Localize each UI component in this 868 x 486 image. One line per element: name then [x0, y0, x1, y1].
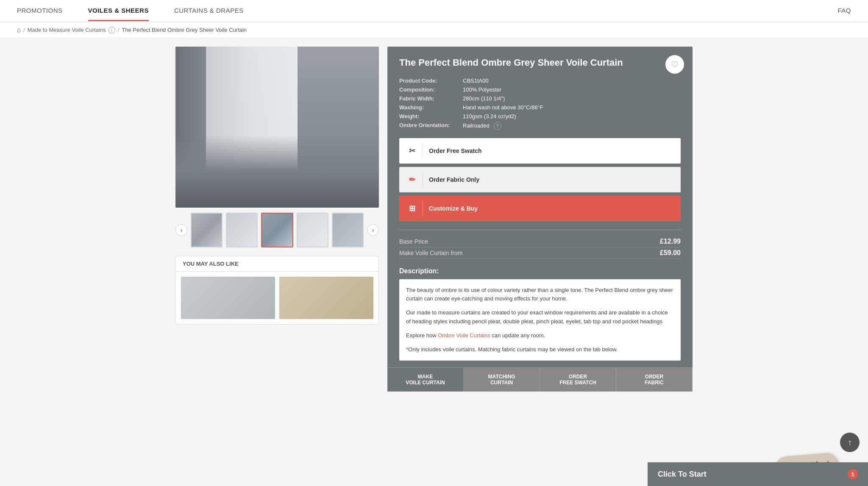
action-buttons: ✂ Order Free Swatch ✏ Order Fabric Only …	[399, 138, 681, 221]
tab-order-fabric[interactable]: ORDERFABRIC	[616, 368, 693, 392]
description-p1: The beauty of ombre is its use of colour…	[406, 286, 674, 304]
thumbnail-1[interactable]	[191, 213, 223, 247]
breadcrumb-current: The Perfect Blend Ombre Grey Sheer Voile…	[122, 27, 247, 33]
also-like-section: YOU MAY ALSO LIKE	[175, 256, 379, 325]
thumbnail-5[interactable]	[332, 213, 364, 247]
top-navigation: PROMOTIONS VOILES & SHEERS CURTAINS & DR…	[0, 0, 868, 22]
customize-buy-button[interactable]: ⊞ Customize & Buy	[399, 196, 681, 221]
product-title: The Perfect Blend Ombre Grey Sheer Voile…	[399, 57, 681, 69]
tab-make-voile[interactable]: MAKEVOILE CURTAIN	[387, 368, 464, 392]
order-swatch-button[interactable]: ✂ Order Free Swatch	[399, 138, 681, 164]
spec-value-2: 280cm (110 1/4")	[463, 95, 681, 102]
spec-label-4: Weight:	[399, 113, 459, 119]
spec-label-0: Product Code:	[399, 78, 459, 84]
spec-value-1: 100% Polyester	[463, 86, 681, 93]
also-like-item-1[interactable]	[181, 277, 275, 319]
base-price-row: Base Price £12.99	[399, 236, 681, 247]
breadcrumb-parent[interactable]: Made to Measure Voile Curtains	[28, 27, 106, 33]
info-icon[interactable]: i	[108, 27, 115, 33]
breadcrumb: ⌂ / Made to Measure Voile Curtains i / T…	[0, 22, 868, 38]
heart-icon: ♡	[671, 59, 679, 69]
product-details-panel: The Perfect Blend Ombre Grey Sheer Voile…	[387, 47, 693, 392]
nav-item-promotions[interactable]: PROMOTIONS	[17, 1, 63, 21]
thumb-prev-button[interactable]: ‹	[175, 224, 187, 236]
main-content: ‹ › YOU MAY ALSO LIKE The Perfect Blend …	[159, 38, 709, 400]
nav-item-voiles[interactable]: VOILES & SHEERS	[88, 1, 149, 21]
order-fabric-button[interactable]: ✏ Order Fabric Only	[399, 167, 681, 192]
spec-label-3: Washing:	[399, 104, 459, 111]
wishlist-button[interactable]: ♡	[665, 55, 684, 74]
thumbnail-strip: ‹ ›	[175, 213, 379, 247]
base-price-value: £12.99	[660, 238, 681, 245]
scissors-icon: ✂	[409, 146, 415, 156]
pricing-section: Base Price £12.99 Make Voile Curtain fro…	[399, 230, 681, 259]
ombre-help-icon[interactable]: ?	[494, 122, 501, 130]
spec-label-5: Ombre Orientation:	[399, 122, 459, 130]
description-p3: Explore how Ombre Voile Curtains can upd…	[406, 331, 674, 340]
nav-item-faq[interactable]: FAQ	[837, 1, 851, 21]
base-price-label: Base Price	[399, 238, 428, 245]
description-p2: Our made to measure curtains are created…	[406, 308, 674, 326]
thumbnail-3[interactable]	[261, 213, 293, 247]
spec-value-3: Hand wash not above 30°C/86°F	[463, 104, 681, 111]
description-heading: Description:	[399, 267, 681, 275]
pencil-icon: ✏	[409, 175, 415, 184]
breadcrumb-sep-1: /	[23, 27, 25, 33]
spec-label-1: Composition:	[399, 86, 459, 93]
ombre-voile-link[interactable]: Ombre Voile Curtains	[438, 332, 490, 339]
thumbnail-2[interactable]	[226, 213, 258, 247]
also-like-heading: YOU MAY ALSO LIKE	[176, 256, 378, 272]
home-icon[interactable]: ⌂	[17, 26, 21, 33]
product-specs: Product Code: CBS1tA00 Composition: 100%…	[399, 78, 681, 130]
description-p4: *Only includes voile curtains. Matching …	[406, 345, 674, 354]
thumbnail-list	[191, 213, 364, 247]
make-price-row: Make Voile Curtain from £59.00	[399, 247, 681, 259]
bottom-tabs: MAKEVOILE CURTAIN MATCHINGCURTAIN ORDERF…	[387, 367, 693, 392]
also-like-items	[176, 272, 378, 324]
also-like-item-2[interactable]	[279, 277, 373, 319]
main-product-image	[175, 47, 379, 208]
tab-matching-curtain[interactable]: MATCHINGCURTAIN	[464, 368, 540, 392]
make-price-label: Make Voile Curtain from	[399, 250, 462, 256]
spec-value-4: 110gsm (3.24 oz/yd2)	[463, 113, 681, 119]
thumb-next-button[interactable]: ›	[367, 224, 379, 236]
nav-item-curtains[interactable]: CURTAINS & DRAPES	[174, 1, 244, 21]
description-box: The beauty of ombre is its use of colour…	[399, 279, 681, 361]
make-price-value: £59.00	[660, 249, 681, 257]
tab-order-swatch[interactable]: ORDERFREE SWATCH	[540, 368, 616, 392]
product-images: ‹ › YOU MAY ALSO LIKE	[175, 47, 379, 392]
spec-label-2: Fabric Width:	[399, 95, 459, 102]
spec-value-5: Railroaded ?	[463, 122, 681, 130]
breadcrumb-sep-2: /	[118, 27, 120, 33]
description-section: Description: The beauty of ombre is its …	[399, 267, 681, 361]
thumbnail-4[interactable]	[297, 213, 328, 247]
grid-icon: ⊞	[409, 204, 415, 213]
spec-value-0: CBS1tA00	[463, 78, 681, 84]
